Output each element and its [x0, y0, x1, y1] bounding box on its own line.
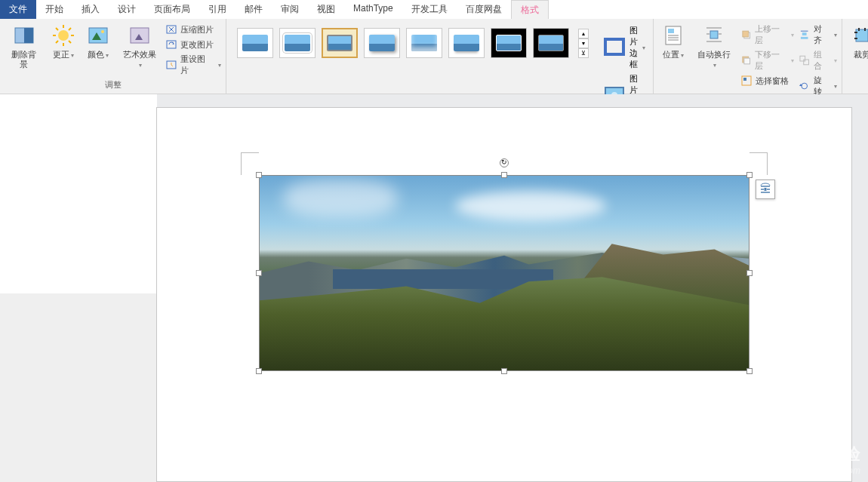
svg-rect-43: [801, 37, 808, 39]
menu-review[interactable]: 审阅: [272, 0, 308, 19]
resize-handle-e[interactable]: [746, 270, 753, 276]
adjust-group-label: 调整: [5, 78, 221, 91]
align-icon: [799, 29, 810, 41]
menu-mathtype[interactable]: MathType: [344, 0, 402, 19]
watermark-main: Baidu 经验: [777, 443, 860, 465]
corrections-button[interactable]: 更正▾: [48, 22, 78, 61]
wrap-text-button[interactable]: 自动换行▾: [693, 22, 736, 71]
artistic-effects-button[interactable]: 艺术效果▾: [118, 22, 162, 71]
menu-view[interactable]: 视图: [308, 0, 344, 19]
side-panel: [0, 94, 157, 482]
position-label: 位置▾: [663, 50, 684, 60]
resize-handle-w[interactable]: [256, 270, 262, 276]
change-picture-button[interactable]: 更改图片: [165, 38, 221, 51]
rotate-handle[interactable]: [500, 158, 509, 167]
resize-handle-s[interactable]: [501, 368, 507, 374]
crop-button[interactable]: 裁剪: [847, 22, 868, 61]
document-area: ↵: [0, 94, 868, 482]
document-canvas[interactable]: ↵: [157, 94, 868, 482]
layout-options-button[interactable]: [756, 180, 775, 199]
ribbon-group-arrange: 位置▾ 自动换行▾ 上移一层▾ 下移一层▾ 选择窗格: [654, 19, 842, 94]
svg-line-7: [56, 28, 58, 30]
resize-handle-se[interactable]: [746, 368, 753, 374]
menu-insert[interactable]: 插入: [72, 0, 109, 19]
menu-home[interactable]: 开始: [36, 0, 72, 19]
svg-line-9: [56, 41, 58, 43]
picture-style-5[interactable]: [406, 28, 442, 58]
color-button[interactable]: 颜色▾: [83, 22, 113, 61]
picture-style-4[interactable]: [364, 28, 400, 58]
reset-icon: [165, 59, 177, 71]
resize-handle-n[interactable]: [501, 172, 507, 178]
picture-style-3[interactable]: [322, 28, 358, 58]
inserted-image[interactable]: [259, 175, 749, 371]
reset-picture-button[interactable]: 重设图片▾: [165, 54, 221, 76]
compress-label: 压缩图片: [180, 24, 214, 35]
gallery-more-button[interactable]: ⊻: [578, 48, 589, 58]
menu-bar: 文件 开始 插入 设计 页面布局 引用 邮件 审阅 视图 MathType 开发…: [0, 0, 868, 19]
menu-format[interactable]: 格式: [511, 0, 549, 19]
menu-developer[interactable]: 开发工具: [402, 0, 457, 19]
gallery-down-button[interactable]: ▾: [578, 38, 589, 48]
send-backward-button[interactable]: 下移一层▾: [740, 49, 795, 72]
svg-point-2: [58, 30, 69, 41]
picture-style-1[interactable]: [237, 28, 273, 58]
menu-page-layout[interactable]: 页面布局: [145, 0, 199, 19]
picture-style-7[interactable]: [491, 28, 527, 58]
resize-handle-ne[interactable]: [746, 172, 753, 178]
menu-baidupan[interactable]: 百度网盘: [457, 0, 511, 19]
send-backward-icon: [740, 54, 752, 66]
wrap-text-label: 自动换行▾: [696, 50, 733, 69]
svg-rect-40: [743, 78, 746, 81]
crop-icon: [850, 23, 868, 48]
gallery-up-button[interactable]: ▴: [578, 29, 589, 38]
picture-style-2[interactable]: [279, 28, 315, 58]
compress-pictures-button[interactable]: 压缩图片: [165, 23, 221, 35]
reset-label: 重设图片: [180, 54, 214, 76]
menu-references[interactable]: 引用: [199, 0, 235, 19]
crop-label: 裁剪: [854, 50, 868, 60]
picture-style-6[interactable]: [448, 28, 485, 58]
picture-style-8[interactable]: [533, 28, 569, 58]
bring-forward-label: 上移一层: [755, 23, 786, 46]
svg-rect-19: [605, 39, 623, 54]
bring-forward-button[interactable]: 上移一层▾: [740, 23, 795, 46]
artistic-effects-icon: [128, 23, 152, 48]
align-button[interactable]: 对齐▾: [799, 23, 837, 46]
ribbon-group-adjust: 删除背景 更正▾ 颜色▾ 艺术效果▾: [0, 19, 226, 94]
border-icon: [602, 35, 626, 60]
remove-background-button[interactable]: 删除背景: [5, 22, 44, 71]
svg-line-8: [69, 41, 71, 43]
selection-pane-label: 选择窗格: [756, 75, 789, 87]
menu-design[interactable]: 设计: [109, 0, 145, 19]
resize-handle-nw[interactable]: [256, 172, 262, 178]
group-icon: [799, 54, 810, 66]
svg-rect-30: [710, 31, 718, 38]
remove-bg-label: 删除背景: [8, 50, 41, 69]
group-label: 组合: [814, 49, 830, 72]
ribbon-group-size: 裁剪: [842, 19, 868, 94]
svg-rect-45: [804, 60, 809, 65]
color-label: 颜色▾: [88, 50, 109, 60]
corrections-label: 更正▾: [53, 50, 74, 60]
picture-border-button[interactable]: 图片边框▾: [602, 25, 645, 70]
change-picture-icon: [165, 38, 177, 51]
svg-line-10: [69, 28, 71, 30]
selection-pane-button[interactable]: 选择窗格: [740, 75, 795, 87]
picture-color-icon: [86, 23, 110, 48]
change-picture-label: 更改图片: [180, 39, 214, 51]
artistic-effects-label: 艺术效果▾: [121, 50, 159, 69]
menu-mail[interactable]: 邮件: [235, 0, 272, 19]
page: ↵: [157, 108, 851, 481]
svg-rect-36: [742, 31, 748, 37]
group-button[interactable]: 组合▾: [799, 49, 837, 72]
position-icon: [661, 23, 685, 48]
position-button[interactable]: 位置▾: [658, 22, 688, 61]
send-backward-label: 下移一层: [755, 49, 786, 72]
selected-image-container[interactable]: [259, 175, 749, 371]
resize-handle-sw[interactable]: [256, 368, 262, 374]
svg-rect-48: [765, 188, 767, 191]
menu-file[interactable]: 文件: [0, 0, 36, 19]
bring-forward-icon: [740, 29, 752, 41]
svg-rect-44: [800, 56, 805, 61]
